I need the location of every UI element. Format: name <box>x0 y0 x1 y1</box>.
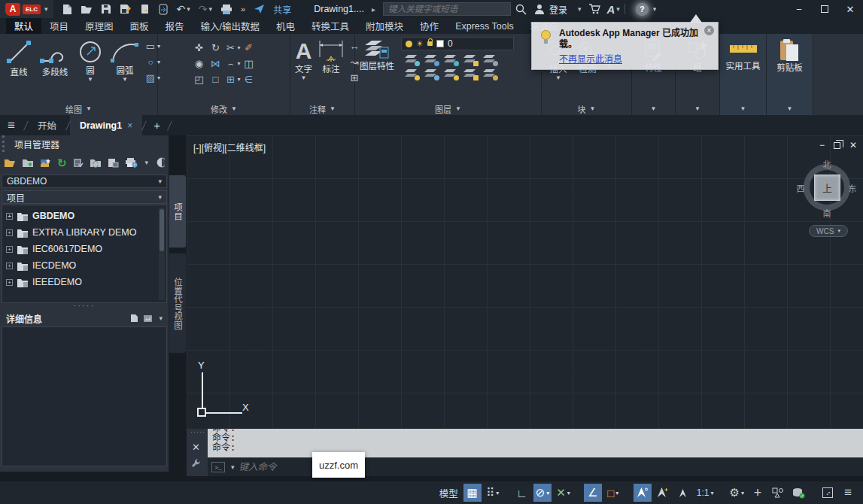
ribbon-tab-import-export[interactable]: 输入/输出数据 <box>193 18 268 34</box>
chevron-down-icon[interactable]: ▾ <box>496 490 499 496</box>
new-tab-button[interactable]: + <box>153 119 160 132</box>
share-icon[interactable] <box>254 4 265 14</box>
drag-grip-icon[interactable]: ····· <box>190 430 205 434</box>
chevron-down-icon[interactable]: ▾ <box>145 159 149 166</box>
side-tab-projects[interactable]: 项目 <box>169 175 187 248</box>
ellipse-icon[interactable]: ○ <box>144 57 157 67</box>
polar-tracking-toggle[interactable]: ⊘▾ <box>533 484 552 502</box>
viewcube-north[interactable]: 北 <box>819 158 835 170</box>
text-button[interactable]: A 文字 ▼ <box>293 37 315 102</box>
snap-toggle[interactable]: ⠿▾ <box>484 484 502 502</box>
circle-button[interactable]: 圆 ▼ <box>74 37 106 102</box>
chevron-down-icon[interactable]: ▼ <box>301 75 307 80</box>
properties-panel-footer[interactable]: ▼ <box>632 102 675 115</box>
workspace-switch-button[interactable]: ⚙▾ <box>728 484 746 502</box>
ortho-toggle[interactable]: ∟ <box>513 484 531 502</box>
ribbon-tab-default[interactable]: 默认 <box>6 18 41 34</box>
ribbon-tab-electromechanical[interactable]: 机电 <box>268 18 303 34</box>
rectangle-icon[interactable]: ▭ <box>144 40 157 53</box>
chevron-down-icon[interactable]: ▼ <box>555 75 561 80</box>
clipboard-panel-footer[interactable]: ▼ <box>767 102 813 115</box>
erase-icon[interactable]: ✐ <box>242 41 256 54</box>
line-button[interactable]: 直线 <box>2 37 35 102</box>
utilities-button[interactable]: 实用工具 <box>724 37 763 102</box>
annotation-monitor-button[interactable]: + <box>749 484 767 502</box>
ribbon-tab-collaborate[interactable]: 协作 <box>412 18 447 34</box>
wrench-icon[interactable] <box>190 457 202 469</box>
draw-panel-footer[interactable]: 绘图▼ <box>0 102 157 115</box>
command-history[interactable]: 命令: 命令: 命令: <box>208 429 863 457</box>
chevron-down-icon[interactable]: ▾ <box>159 314 163 322</box>
group-panel-footer[interactable]: ▼ <box>676 102 719 115</box>
plot-project-icon[interactable] <box>125 157 138 168</box>
layer-unisolate-icon[interactable] <box>424 68 438 79</box>
app-store-cart-icon[interactable] <box>588 4 600 14</box>
project-manager-title[interactable]: 项目管理器 <box>2 135 169 152</box>
drawing-minimize-button[interactable]: − <box>819 140 825 150</box>
chevron-down-icon[interactable]: ▾ <box>238 45 241 50</box>
chevron-down-icon[interactable]: ▼ <box>87 77 93 82</box>
chevron-down-icon[interactable]: ▾ <box>238 61 241 66</box>
maximize-button[interactable] <box>812 0 837 18</box>
undo-button[interactable]: ↶▾ <box>177 4 190 14</box>
annotation-scale-value[interactable]: 1:1▾ <box>694 484 716 502</box>
chevron-down-icon[interactable]: ▼ <box>122 77 128 82</box>
notification-close-icon[interactable]: × <box>704 26 714 35</box>
new-project-icon[interactable] <box>22 158 34 168</box>
chevron-down-icon[interactable]: ▾ <box>231 463 235 471</box>
polyline-button[interactable]: 多段线 <box>36 37 74 102</box>
search-input[interactable] <box>388 5 506 14</box>
tree-item-ieeedemo[interactable]: + IEEEDEMO <box>6 274 166 290</box>
tree-item-extra-library-demo[interactable]: + EXTRA LIBRARY DEMO <box>6 224 166 241</box>
tree-item-iec60617demo[interactable]: + IEC60617DEMO <box>6 241 166 257</box>
sign-in-button[interactable]: 登录 <box>549 3 567 16</box>
layer-freeze-icon[interactable] <box>443 54 457 65</box>
layer-select[interactable]: ☀ 0 <box>401 37 514 50</box>
data-link-status-icon[interactable] <box>789 484 807 502</box>
chevron-down-icon[interactable]: ▾ <box>567 490 570 496</box>
save-icon[interactable] <box>101 4 111 14</box>
annotation-autoscale-toggle[interactable] <box>654 484 672 502</box>
viewcube-east[interactable]: 东 <box>844 182 861 194</box>
mirror-icon[interactable]: ⋈ <box>209 57 223 70</box>
autodesk-logo-icon[interactable]: A <box>606 4 615 15</box>
object-snap-tracking-toggle[interactable]: ∠ <box>584 484 602 502</box>
scale-icon[interactable]: □ <box>209 73 223 86</box>
file-tab-start[interactable]: 开始 <box>28 115 66 135</box>
ribbon-tab-reports[interactable]: 报告 <box>157 18 193 34</box>
tree-scrollbar[interactable] <box>159 208 165 300</box>
layer-lock-icon[interactable] <box>463 54 477 65</box>
viewcube-top-face[interactable]: 上 <box>814 175 840 201</box>
share-label[interactable]: 共享 <box>273 3 291 16</box>
qat-more-button[interactable]: » <box>241 5 245 14</box>
block-panel-footer[interactable]: 块▼ <box>542 102 631 115</box>
hamburger-menu-icon[interactable]: ≡ <box>8 118 15 133</box>
chevron-down-icon[interactable]: ▾ <box>546 490 549 496</box>
ribbon-tab-addins[interactable]: 附加模块 <box>357 18 412 34</box>
viewport-controls[interactable]: [-][俯视][二维线框] <box>193 141 266 153</box>
new-drawing-icon[interactable] <box>40 158 51 168</box>
tree-item-iecdemo[interactable]: + IECDEMO <box>6 257 166 274</box>
side-tab-location-view[interactable]: 位置代号视图 <box>169 253 187 354</box>
viewcube-west[interactable]: 西 <box>792 182 809 194</box>
drawing-restore-button[interactable] <box>834 142 840 149</box>
layer-on-icon[interactable] <box>404 68 418 79</box>
drawing-canvas[interactable]: [-][俯视][二维线框] − ✕ 北 南 西 东 上 WCS ▾ Y X <box>187 135 863 429</box>
clean-screen-button[interactable]: ↔ <box>819 484 837 502</box>
help-search-box[interactable] <box>383 2 511 16</box>
annotate-panel-footer[interactable]: 注释▼ <box>290 102 354 115</box>
rotate-icon[interactable]: ↻ <box>209 41 223 54</box>
expand-icon[interactable]: + <box>6 246 13 253</box>
utilities-panel-footer[interactable]: ▼ <box>720 102 766 115</box>
isodraft-toggle[interactable]: ✕▾ <box>554 484 573 502</box>
drawing-close-button[interactable]: ✕ <box>849 140 857 150</box>
layer-off-icon[interactable] <box>404 54 418 65</box>
command-close-icon[interactable]: ✕ <box>192 442 200 453</box>
layer-walk-icon[interactable] <box>482 68 497 79</box>
offset-icon[interactable]: ∈ <box>242 73 256 86</box>
layer-thaw-icon[interactable] <box>443 68 457 79</box>
chevron-down-icon[interactable]: ▾ <box>578 5 582 13</box>
splitter-handle[interactable]: ····· <box>0 303 169 310</box>
search-icon[interactable] <box>515 4 527 15</box>
save-as-icon[interactable] <box>120 4 132 14</box>
